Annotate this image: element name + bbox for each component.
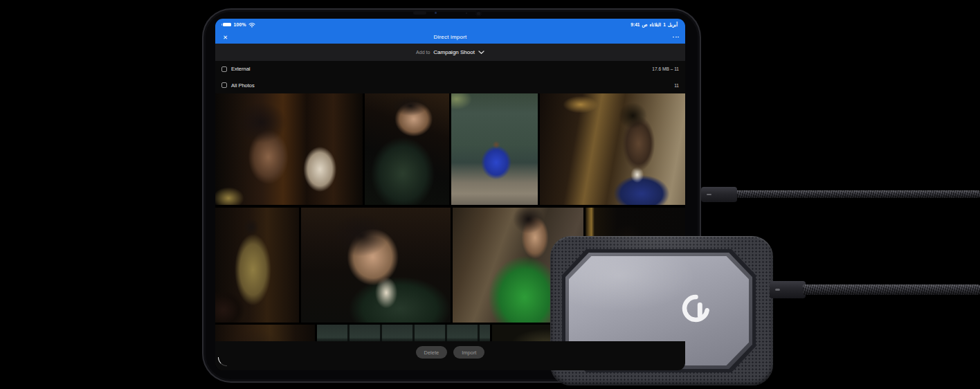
status-datetime: 9:41 ص الثلاثاء 1 أبريل	[630, 22, 678, 28]
battery-percent: 100%	[234, 22, 246, 27]
usb-c-connector-ssd	[770, 281, 806, 298]
status-bar: 100% 9:41 ص الثلاثاء 1 أبريل	[215, 19, 685, 30]
import-button[interactable]: Import	[453, 346, 484, 359]
source-meta: 17.6 MB – 11	[652, 66, 679, 71]
usb-c-connector-tablet	[701, 187, 737, 202]
status-day: 1	[663, 22, 666, 27]
status-left-group: 100%	[223, 22, 255, 28]
camera-sensor-dot	[435, 12, 437, 14]
camera-mic-dot	[466, 12, 467, 14]
scene: 100% 9:41 ص الثلاثاء 1 أبريل ✕	[0, 0, 980, 389]
close-icon[interactable]: ✕	[223, 30, 228, 44]
photo-thumbnail[interactable]	[365, 93, 449, 205]
chevron-down-icon[interactable]	[478, 51, 484, 55]
add-to-bar: Add to Campaign Shoot	[215, 44, 685, 61]
source-label: External	[231, 66, 251, 72]
camera-pill	[413, 11, 426, 15]
delete-button[interactable]: Delete	[416, 346, 448, 359]
g-drive-logo	[680, 293, 711, 324]
status-weekday: الثلاثاء	[649, 22, 661, 28]
source-row-all-photos[interactable]: All Photos 11	[215, 78, 685, 94]
battery-icon	[223, 23, 231, 27]
photo-thumbnail[interactable]	[215, 208, 299, 323]
camera-lens	[475, 10, 482, 17]
checkbox-all-photos[interactable]	[221, 82, 227, 88]
app-header: ✕ Direct import	[215, 30, 685, 44]
source-row-external[interactable]: External 17.6 MB – 11	[215, 61, 685, 78]
thunderbolt-cable-top	[735, 190, 980, 198]
status-meridiem: ص	[642, 22, 647, 28]
page-title: Direct import	[215, 34, 685, 40]
status-time: 9:41	[630, 22, 639, 27]
photo-thumbnail[interactable]	[215, 93, 363, 205]
source-meta: 11	[674, 83, 679, 88]
album-selector[interactable]: Campaign Shoot	[433, 49, 475, 55]
photo-thumbnail[interactable]	[301, 208, 451, 323]
status-month: أبريل	[668, 22, 678, 28]
more-options-icon[interactable]	[673, 30, 679, 44]
wifi-icon	[248, 22, 255, 28]
source-label: All Photos	[231, 82, 255, 89]
photo-thumbnail[interactable]	[540, 93, 685, 205]
checkbox-external[interactable]	[221, 66, 227, 72]
photo-thumbnail[interactable]	[451, 93, 538, 205]
front-camera-cluster	[413, 10, 489, 19]
thunderbolt-cable-ssd	[803, 284, 980, 295]
source-list: External 17.6 MB – 11 All Photos 11	[215, 61, 685, 93]
add-to-label: Add to	[416, 50, 430, 55]
bottom-toolbar: Delete Import	[215, 341, 685, 370]
